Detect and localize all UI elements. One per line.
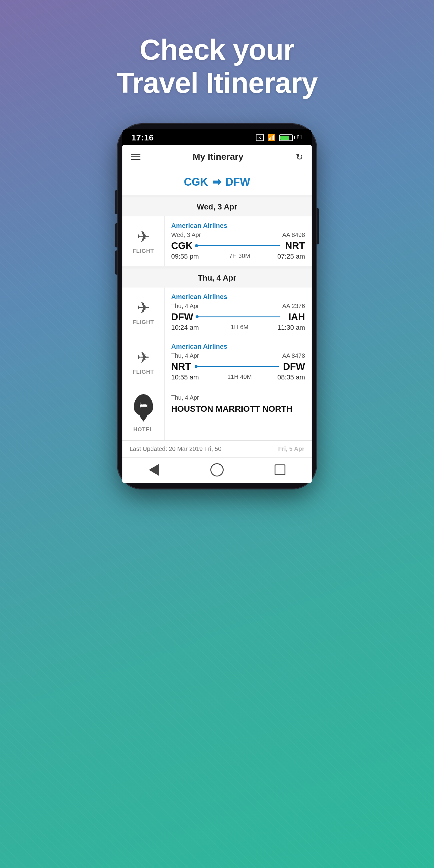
flight-icon-area-1: ✈ FLIGHT: [122, 216, 164, 266]
flight-route-1: CGK NRT: [171, 240, 305, 251]
hotel-details: Thu, 4 Apr HOUSTON MARRIOTT NORTH: [164, 387, 312, 440]
arrival-time-1: 07:25 am: [277, 253, 305, 260]
flight-meta-3: Thu, 4 Apr AA 8478: [171, 352, 305, 359]
flight-icon-area-3: ✈ FLIGHT: [122, 337, 164, 387]
flight-times-3: 10:55 am 11H 40M 08:35 am: [171, 373, 305, 381]
flight-details-2: American Airlines Thu, 4 Apr AA 2376 DFW…: [164, 287, 312, 337]
back-triangle-icon: [149, 464, 159, 476]
last-updated-text: Last Updated: 20 Mar 2019 Fri, 50: [130, 445, 221, 453]
phone-mockup: 17:16 ✕ 📶 81: [118, 124, 316, 489]
flight-meta-1: Wed, 3 Apr AA 8498: [171, 231, 305, 239]
flight-line-1: [197, 245, 280, 246]
hotel-name: HOUSTON MARRIOTT NORTH: [171, 404, 305, 414]
flight-number-3: AA 8478: [282, 352, 305, 359]
airline-3: American Airlines: [171, 343, 305, 350]
airline-2: American Airlines: [171, 293, 305, 301]
status-time: 17:16: [131, 133, 154, 143]
wifi-icon: 📶: [267, 134, 276, 142]
departure-time-1: 09:55 pm: [171, 253, 199, 260]
arrival-time-3: 08:35 am: [277, 373, 305, 381]
origin-airport-3: NRT: [171, 361, 192, 372]
date-wed: Wed, 3 Apr: [197, 202, 237, 211]
flight-line-2: [197, 316, 280, 317]
flight-number-1: AA 8498: [282, 231, 305, 239]
date-scroll-fri: Fri, 5 Apr: [278, 445, 304, 453]
origin-airport-2: DFW: [171, 311, 193, 322]
recents-square-icon: [275, 464, 285, 475]
hotel-icon-area: 🛏 HOTEL: [122, 387, 164, 440]
flight-route-3: NRT DFW: [171, 361, 305, 372]
flight-card-1: ✈ FLIGHT American Airlines Wed, 3 Apr AA…: [122, 216, 312, 266]
flight-label-1: FLIGHT: [133, 248, 154, 254]
flight-meta-2: Thu, 4 Apr AA 2376: [171, 303, 305, 310]
dest-airport-3: DFW: [283, 361, 305, 372]
phone-screen: My Itinerary ↻ CGK ➡ DFW Wed, 3 Apr ✈ FL…: [122, 145, 312, 483]
hotel-card: 🛏 HOTEL Thu, 4 Apr HOUSTON MARRIOTT NORT…: [122, 387, 312, 440]
hotel-pin-icon: 🛏: [134, 394, 153, 416]
airplane-icon-3: ✈: [137, 348, 150, 367]
bottom-nav: [122, 457, 312, 483]
flight-times-2: 10:24 am 1H 6M 11:30 am: [171, 324, 305, 332]
back-button[interactable]: [147, 462, 161, 477]
hotel-label: HOTEL: [133, 427, 153, 433]
flight-card-2: ✈ FLIGHT American Airlines Thu, 4 Apr AA…: [122, 287, 312, 337]
route-display: CGK ➡ DFW: [122, 176, 312, 188]
recents-button[interactable]: [273, 462, 287, 477]
dest-airport-2: IAH: [284, 311, 305, 322]
airplane-icon-1: ✈: [137, 227, 150, 246]
battery-icon: 81: [279, 134, 303, 141]
flight-icon-area-2: ✈ FLIGHT: [122, 287, 164, 337]
home-circle-icon: [210, 463, 224, 476]
hamburger-menu-button[interactable]: [131, 154, 141, 160]
app-bar: My Itinerary ↻: [122, 145, 312, 169]
headline: Check your Travel Itinerary: [116, 33, 317, 100]
route-header: CGK ➡ DFW: [122, 169, 312, 197]
hotel-date: Thu, 4 Apr: [171, 394, 305, 401]
flight-line-3: [196, 366, 279, 367]
dest-airport-1: NRT: [284, 240, 305, 251]
flight-date-2: Thu, 4 Apr: [171, 303, 199, 310]
flight-date-1: Wed, 3 Apr: [171, 231, 201, 239]
duration-2: 1H 6M: [199, 324, 278, 332]
departure-time-3: 10:55 am: [171, 373, 199, 381]
home-button[interactable]: [210, 462, 224, 477]
route-arrow-icon: ➡: [212, 176, 221, 188]
date-thu: Thu, 4 Apr: [198, 273, 236, 282]
airline-1: American Airlines: [171, 222, 305, 230]
arrival-time-2: 11:30 am: [277, 324, 305, 332]
status-bar: 17:16 ✕ 📶 81: [122, 129, 312, 145]
phone-frame: 17:16 ✕ 📶 81: [118, 124, 316, 489]
flight-details-1: American Airlines Wed, 3 Apr AA 8498 CGK…: [164, 216, 312, 266]
airplane-icon-2: ✈: [137, 299, 150, 317]
flight-details-3: American Airlines Thu, 4 Apr AA 8478 NRT…: [164, 337, 312, 387]
section-divider-1: [122, 266, 312, 269]
origin-airport-1: CGK: [171, 240, 193, 251]
app-title: My Itinerary: [193, 152, 243, 162]
status-icons: ✕ 📶 81: [256, 134, 303, 142]
flight-number-2: AA 2376: [282, 303, 305, 310]
refresh-button[interactable]: ↻: [296, 152, 303, 162]
flight-date-3: Thu, 4 Apr: [171, 352, 199, 359]
flight-card-3: ✈ FLIGHT American Airlines Thu, 4 Apr AA…: [122, 337, 312, 387]
departure-time-2: 10:24 am: [171, 324, 199, 332]
app-footer: Last Updated: 20 Mar 2019 Fri, 50 Fri, 5…: [122, 440, 312, 457]
duration-1: 7H 30M: [199, 253, 278, 260]
duration-3: 11H 40M: [199, 373, 278, 381]
headline-line2: Travel Itinerary: [116, 66, 317, 99]
flight-times-1: 09:55 pm 7H 30M 07:25 am: [171, 253, 305, 260]
notification-icon: ✕: [256, 134, 264, 141]
destination-code: DFW: [225, 176, 250, 188]
flight-label-3: FLIGHT: [133, 369, 154, 375]
date-header-thu: Thu, 4 Apr: [122, 269, 312, 287]
bed-icon: 🛏: [139, 400, 148, 410]
date-header-wed: Wed, 3 Apr: [122, 197, 312, 216]
flight-route-2: DFW IAH: [171, 311, 305, 322]
headline-line1: Check your: [116, 33, 317, 66]
origin-code: CGK: [184, 176, 208, 188]
flight-label-2: FLIGHT: [133, 319, 154, 326]
